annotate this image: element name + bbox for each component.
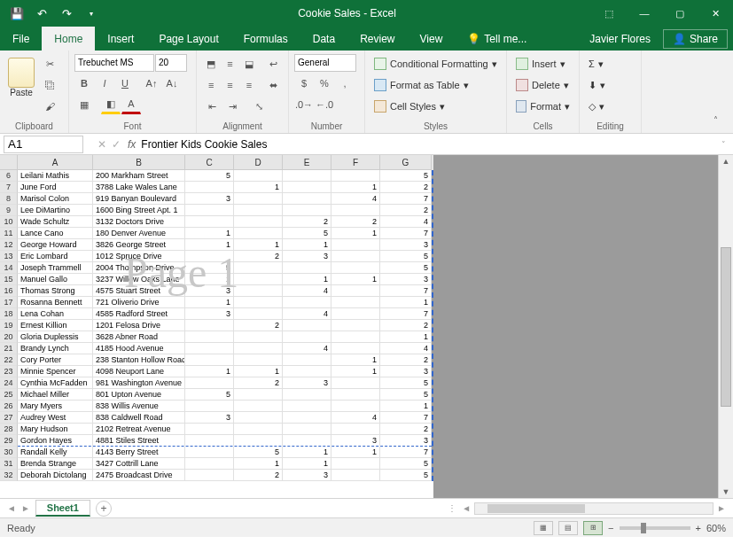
cell-styles-button[interactable]: Cell Styles▾	[370, 97, 501, 116]
cell[interactable]	[283, 182, 331, 192]
column-header-A[interactable]: A	[18, 155, 93, 170]
cell[interactable]	[185, 320, 234, 331]
cell[interactable]: 180 Denver Avenue	[93, 228, 185, 238]
formula-expand-icon[interactable]: ˅	[721, 140, 726, 149]
cell[interactable]: 1	[234, 458, 283, 469]
cell[interactable]: 1	[283, 274, 331, 284]
cell[interactable]: 981 Washington Avenue	[93, 377, 185, 388]
row-header-25[interactable]: 25	[0, 389, 18, 401]
cell[interactable]: 1600 Bing Street Apt. 1	[93, 205, 185, 215]
cell[interactable]: Ernest Killion	[18, 320, 93, 331]
cell[interactable]	[185, 424, 234, 434]
cell[interactable]: 7	[380, 285, 432, 296]
cell[interactable]: Lena Cohan	[18, 308, 93, 319]
cell[interactable]: Lance Cano	[18, 228, 93, 238]
cell[interactable]: 3	[380, 435, 432, 446]
cell[interactable]	[234, 412, 283, 423]
cell[interactable]	[185, 182, 234, 192]
cell[interactable]	[283, 389, 331, 400]
cell[interactable]	[234, 170, 283, 181]
fill-button[interactable]: ⬇▾	[585, 75, 636, 95]
cell[interactable]: 4	[331, 193, 380, 204]
align-top-icon[interactable]: ⬒	[202, 54, 220, 74]
share-button[interactable]: 👤Share	[663, 29, 728, 49]
cell[interactable]: 3132 Doctors Drive	[93, 216, 185, 227]
cancel-formula-icon[interactable]: ✕	[97, 138, 106, 151]
cell[interactable]	[234, 331, 283, 342]
cell[interactable]	[234, 205, 283, 215]
select-all-corner[interactable]	[0, 155, 18, 170]
cell[interactable]: 1	[331, 447, 380, 457]
table-row[interactable]: Manuel Gallo3237 Willow Oaks Lane1113	[18, 274, 432, 285]
view-normal-icon[interactable]: ▦	[534, 521, 553, 535]
cell[interactable]: Brandy Lynch	[18, 343, 93, 354]
row-header-7[interactable]: 7	[0, 182, 18, 193]
hscroll-right-icon[interactable]: ►	[717, 503, 726, 513]
row-header-28[interactable]: 28	[0, 424, 18, 435]
cell[interactable]: 2	[283, 216, 331, 227]
cell[interactable]	[331, 285, 380, 296]
cell[interactable]	[185, 401, 234, 411]
cell[interactable]: Leilani Mathis	[18, 170, 93, 181]
redo-icon[interactable]: ↷	[55, 2, 78, 25]
cell[interactable]: 2	[380, 205, 432, 215]
cell[interactable]: 5	[380, 170, 432, 181]
minimize-icon[interactable]: —	[627, 0, 662, 27]
cell[interactable]: Cynthia McFadden	[18, 377, 93, 388]
decrease-decimal-icon[interactable]: ←.0	[315, 95, 334, 114]
formula-input[interactable]	[141, 136, 718, 153]
cell[interactable]: 4	[283, 343, 331, 354]
font-name-dropdown[interactable]: Trebuchet MS	[74, 54, 154, 72]
fx-icon[interactable]: fx	[128, 138, 136, 151]
scroll-down-icon[interactable]: ▼	[722, 487, 730, 496]
cell[interactable]: 4	[380, 343, 432, 354]
zoom-slider[interactable]	[620, 526, 690, 530]
cell[interactable]: 2	[380, 424, 432, 434]
increase-indent-icon[interactable]: ⇥	[222, 97, 242, 116]
tab-view[interactable]: View	[408, 27, 456, 51]
cell[interactable]: 4	[283, 285, 331, 296]
cell[interactable]: 3	[380, 239, 432, 250]
cell[interactable]	[283, 331, 331, 342]
number-format-dropdown[interactable]: General	[294, 54, 356, 72]
table-row[interactable]: Brandy Lynch4185 Hood Avenue44	[18, 343, 432, 354]
row-header-26[interactable]: 26	[0, 401, 18, 412]
cell[interactable]	[331, 308, 380, 319]
cell[interactable]: 2	[234, 470, 283, 480]
tab-insert[interactable]: Insert	[95, 27, 146, 51]
cell[interactable]: 1	[234, 182, 283, 192]
cell[interactable]	[331, 470, 380, 480]
table-row[interactable]: Eric Lombard1012 Spruce Drive235	[18, 251, 432, 262]
cell[interactable]: 5	[283, 228, 331, 238]
format-cells-button[interactable]: Format▾	[512, 97, 573, 116]
autosum-button[interactable]: Σ▾	[585, 54, 636, 74]
cell[interactable]	[331, 377, 380, 388]
save-icon[interactable]: 💾	[5, 2, 28, 25]
decrease-indent-icon[interactable]: ⇤	[202, 97, 222, 116]
cell[interactable]: 2	[380, 320, 432, 331]
table-row[interactable]: George Howard3826 George Street1113	[18, 239, 432, 251]
cell[interactable]: 7	[380, 228, 432, 238]
bold-button[interactable]: B	[74, 74, 94, 93]
cell[interactable]	[283, 401, 331, 411]
cell[interactable]: 3	[380, 366, 432, 377]
cell[interactable]	[283, 297, 331, 307]
cell[interactable]	[331, 331, 380, 342]
delete-cells-button[interactable]: Delete▾	[512, 75, 573, 95]
cell[interactable]: 3	[331, 435, 380, 446]
row-header-10[interactable]: 10	[0, 216, 18, 228]
row-header-32[interactable]: 32	[0, 470, 18, 481]
cell[interactable]: 3788 Lake Wales Lane	[93, 182, 185, 192]
sheet-nav-prev-icon[interactable]: ◄	[7, 503, 16, 513]
cell[interactable]: 838 Willis Avenue	[93, 401, 185, 411]
column-header-E[interactable]: E	[283, 155, 331, 170]
cell[interactable]: 2	[234, 251, 283, 261]
cell[interactable]: 2	[234, 377, 283, 388]
cell[interactable]	[331, 320, 380, 331]
cell[interactable]	[234, 389, 283, 400]
cell[interactable]: 838 Caldwell Road	[93, 412, 185, 423]
cell[interactable]: Marisol Colon	[18, 193, 93, 204]
cell[interactable]	[234, 262, 283, 273]
cell[interactable]: 3	[185, 285, 234, 296]
row-header-29[interactable]: 29	[0, 435, 18, 447]
